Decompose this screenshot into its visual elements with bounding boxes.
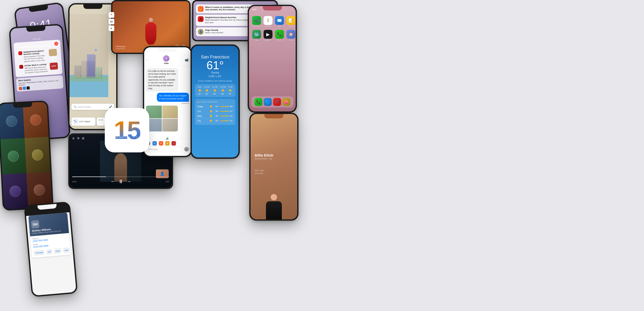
video-play-btn[interactable]: ⏸ bbox=[118, 178, 123, 184]
msg-app-applepay[interactable]: A bbox=[152, 141, 157, 146]
maps-2d-btn[interactable]: 2D bbox=[108, 19, 114, 24]
facetime-grid bbox=[0, 102, 52, 210]
msg-audio-btn[interactable]: 🎤 bbox=[184, 147, 189, 152]
contact-message-btn[interactable]: message bbox=[34, 250, 45, 256]
phone-contacts: SW Shelley Willems Shelley Willems Real … bbox=[24, 201, 78, 297]
wh-label-0: Now bbox=[198, 86, 202, 88]
maps-pin-btn[interactable]: 📍 bbox=[108, 12, 114, 18]
notif-summary-card: Your Morning Summary 11 Neighborhood tak… bbox=[14, 40, 62, 77]
music-screen: 🔍 Billie Eilish Billie Eilish Musical bbox=[250, 114, 297, 220]
contact-card: SW Shelley Willems Shelley Willems Real … bbox=[28, 212, 71, 258]
video-rewind-btn[interactable]: ↩ bbox=[112, 180, 114, 183]
contact-mail-btn[interactable]: mail bbox=[63, 247, 70, 253]
ft-person-4 bbox=[24, 137, 50, 173]
messages-input-area: 📷 A ● ⭐ ♪ iMessage 🎤 bbox=[144, 139, 191, 156]
wh-temp-1: 62° bbox=[204, 93, 210, 95]
ft-person-3 bbox=[0, 138, 26, 174]
msg-app-2[interactable]: ⭐ bbox=[165, 141, 170, 146]
app-maps-label: Maps bbox=[255, 39, 258, 41]
music-bg bbox=[250, 114, 297, 220]
notch7 bbox=[206, 46, 225, 50]
app-facetime-icon[interactable]: 📹 bbox=[252, 16, 261, 25]
msg-delivered-label: Delivered bbox=[146, 102, 189, 104]
msg-app-3[interactable]: ♪ bbox=[172, 141, 176, 146]
back-chevron: ‹ bbox=[146, 58, 147, 61]
app-home-icon[interactable]: 🏠 bbox=[286, 30, 295, 39]
phone3-inner bbox=[0, 102, 52, 210]
app-appletv-wrapper: ▶ Apple TV bbox=[264, 30, 272, 41]
video-volume-icon[interactable]: 🔊 bbox=[166, 137, 169, 140]
maps-mic-icon: 🎤 bbox=[109, 105, 112, 108]
wh-temp-4: 67° bbox=[228, 93, 232, 95]
dock-music-icon[interactable]: 🎵 bbox=[273, 98, 281, 106]
messages-video-btn[interactable]: 📹 bbox=[185, 58, 189, 62]
notch9 bbox=[38, 204, 57, 210]
msg-photo-4 bbox=[162, 119, 178, 132]
video-pip-btn[interactable]: ⧉ bbox=[77, 136, 80, 140]
wh-temp-0: 61° bbox=[198, 93, 202, 95]
weather-condition: Sunny bbox=[195, 71, 235, 74]
maps-card-icon-1: 🔭 bbox=[73, 119, 78, 124]
calendar-icon: 📅 bbox=[197, 101, 200, 103]
weather-day-wed: Wed ☀️ 49° 61° bbox=[197, 114, 233, 118]
music-artist-photo: Billie Eilish Musical Artist · Pop bbox=[253, 130, 295, 162]
day-low-3: 50° bbox=[216, 120, 219, 122]
notif-more-updates: More Updates Day One, WaterMinder, Reddi… bbox=[16, 75, 64, 92]
contact-info-area: SW Shelley Willems Shelley Willems Real … bbox=[31, 218, 61, 234]
app-notes-wrapper: 📝 Notes bbox=[286, 16, 295, 27]
notif-content-1: Neighborhood takeout favorites coming! N… bbox=[23, 49, 48, 62]
app-phone-icon[interactable]: 📞 bbox=[275, 30, 284, 39]
ft-person1-bg bbox=[0, 103, 24, 139]
music-bio-label-1: Birth name bbox=[255, 170, 264, 172]
day-low-2: 49° bbox=[216, 115, 219, 117]
maps-card-1: 🔭 COIT TOWER bbox=[72, 118, 96, 126]
video-title-area: Started "Mythic Quest" · S2, E2 For Just… bbox=[112, 136, 138, 141]
video-progress-fill bbox=[72, 176, 106, 177]
day-name-3: Thu bbox=[197, 120, 207, 122]
facetime-screen bbox=[0, 102, 52, 210]
app-maps-icon[interactable]: 🗺️ bbox=[252, 30, 261, 39]
phone10-screen: 🔍 Billie Eilish Billie Eilish Musical bbox=[250, 114, 297, 220]
video-progress-bar[interactable] bbox=[72, 176, 169, 177]
app-appletv-icon[interactable]: ▶ bbox=[264, 30, 272, 39]
day-high-1: 67° bbox=[230, 110, 233, 112]
app-calendar-icon[interactable]: JUNE 7 bbox=[264, 16, 272, 25]
messages-back-btn[interactable]: ‹ bbox=[146, 58, 148, 61]
video-time-current: 10:55 bbox=[72, 181, 76, 182]
weather-temp: 61° bbox=[195, 60, 235, 71]
dock-wallet-icon[interactable]: 👛 bbox=[282, 98, 290, 106]
app-notes-label: Notes bbox=[289, 26, 293, 27]
dock-safari-icon[interactable]: 🌐 bbox=[264, 98, 272, 106]
app-mail-icon[interactable]: ✉️ bbox=[275, 16, 284, 25]
maps-compass-btn[interactable]: E bbox=[108, 26, 114, 31]
app-maps-wrapper: 🗺️ Maps bbox=[252, 30, 261, 41]
notif-app-icon-medium bbox=[26, 86, 30, 90]
contact-details: mobile (415) 555-3046 work (415) 555-304… bbox=[30, 233, 71, 258]
day-range-3: 50° 61° bbox=[216, 120, 233, 122]
video-close-btn[interactable]: ✕ bbox=[72, 136, 75, 140]
weather-hour-12pm: 12 PM ☀️ 66° bbox=[220, 86, 226, 95]
day-high-3: 61° bbox=[230, 120, 233, 122]
contact-call-btn[interactable]: call bbox=[46, 249, 52, 255]
messages-body: It's a little on the far end than we've … bbox=[144, 66, 191, 140]
maps-card-label-1: COIT TOWER bbox=[79, 121, 90, 122]
video-forward-btn[interactable]: ↪ bbox=[128, 180, 130, 183]
music-artist-name: Billie Eilish bbox=[255, 153, 273, 158]
msg-app-1[interactable]: ● bbox=[159, 141, 163, 146]
app-notes-icon[interactable]: 📝 bbox=[286, 16, 295, 25]
messages-input-field[interactable]: iMessage bbox=[146, 146, 183, 152]
photos-artist: Singer/Artist bbox=[116, 48, 125, 50]
notch8 bbox=[263, 6, 282, 10]
video-screen-btn[interactable]: ⊞ bbox=[82, 136, 84, 140]
day-low-0: 54° bbox=[216, 105, 219, 108]
wh-icon-4: ☀️ bbox=[228, 89, 232, 92]
contact-video-btn[interactable]: video bbox=[54, 248, 62, 254]
weather-10day-section: 📅 10-DAY FORECAST Today ☀️ 54° 68° Tue bbox=[195, 99, 235, 125]
dock-phone-icon[interactable]: 📞 bbox=[254, 98, 262, 106]
maps-search-bar[interactable]: 🔍 Search Maps 🎤 bbox=[72, 104, 114, 110]
music-body bbox=[266, 201, 282, 220]
phone8-screen: 9:41 📹 FaceTime JUNE 7 Calendar bbox=[249, 6, 296, 112]
map-building-dome bbox=[87, 54, 95, 61]
weather-hour-1pm: 1 PM ☀️ 67° bbox=[228, 86, 232, 95]
video-controls: 10:55 ↩ ⏸ ↪ -25:8 bbox=[72, 176, 169, 184]
